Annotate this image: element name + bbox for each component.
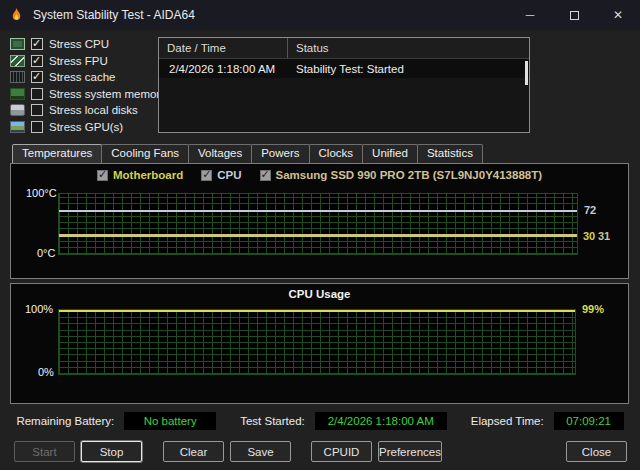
log-scrollbar-thumb[interactable] bbox=[525, 61, 528, 85]
battery-value: No battery bbox=[124, 412, 216, 430]
tab-powers[interactable]: Powers bbox=[251, 144, 309, 163]
legend-motherboard-checkbox[interactable] bbox=[97, 170, 108, 181]
stress-disks-checkbox[interactable] bbox=[31, 104, 43, 116]
cpu-usage-series-line bbox=[59, 310, 575, 312]
stress-cache-label: Stress cache bbox=[49, 71, 115, 83]
stress-option-fpu: Stress FPU bbox=[10, 53, 158, 70]
temp-ytick-max: 100°C bbox=[26, 187, 57, 199]
stress-option-disks: Stress local disks bbox=[10, 102, 158, 119]
buttons-row: Start Stop Clear Save CPUID Preferences … bbox=[14, 441, 627, 462]
stress-fpu-label: Stress FPU bbox=[49, 55, 108, 67]
preferences-button[interactable]: Preferences bbox=[378, 441, 442, 462]
maximize-icon bbox=[570, 11, 579, 20]
cpu-temp-value: 72 bbox=[584, 204, 596, 216]
tab-unified[interactable]: Unified bbox=[362, 144, 418, 163]
stress-cpu-label: Stress CPU bbox=[49, 38, 109, 50]
stress-cpu-checkbox[interactable] bbox=[31, 38, 43, 50]
tab-clocks[interactable]: Clocks bbox=[309, 144, 364, 163]
save-button[interactable]: Save bbox=[230, 441, 291, 462]
ssd-temp-value: 31 bbox=[598, 230, 610, 242]
legend-motherboard-label: Motherboard bbox=[113, 169, 183, 181]
log-header-status[interactable]: Status bbox=[287, 38, 529, 58]
cache-icon bbox=[10, 71, 25, 83]
battery-label: Remaining Battery: bbox=[16, 415, 114, 427]
motherboard-temp-value: 30 bbox=[583, 230, 595, 242]
legend-ssd-checkbox[interactable] bbox=[260, 170, 271, 181]
cpuid-button[interactable]: CPUID bbox=[311, 441, 372, 462]
disk-icon bbox=[10, 104, 25, 116]
ssd-series-line bbox=[59, 234, 577, 236]
stress-option-cpu: Stress CPU bbox=[10, 36, 158, 53]
cpu-usage-value: 99% bbox=[582, 303, 604, 315]
stress-gpu-label: Stress GPU(s) bbox=[49, 121, 123, 133]
test-started-label: Test Started: bbox=[240, 415, 305, 427]
stress-option-memory: Stress system memory bbox=[10, 86, 158, 103]
stop-button[interactable]: Stop bbox=[81, 441, 142, 462]
cpu-usage-chart-panel: CPU Usage 100% 0% 99% bbox=[10, 283, 629, 404]
temperature-legend: Motherboard CPU Samsung SSD 990 PRO 2TB … bbox=[11, 169, 628, 181]
tab-statistics[interactable]: Statistics bbox=[417, 144, 483, 163]
clear-button[interactable]: Clear bbox=[163, 441, 224, 462]
test-started-value: 2/4/2026 1:18:00 AM bbox=[315, 412, 447, 430]
cpu-ytick-min: 0% bbox=[38, 366, 54, 378]
temperature-chart-panel: Motherboard CPU Samsung SSD 990 PRO 2TB … bbox=[10, 163, 629, 279]
stress-gpu-checkbox[interactable] bbox=[31, 121, 43, 133]
event-log-table: Date / Time Status 2/4/2026 1:18:00 AM S… bbox=[158, 37, 530, 133]
stress-option-gpu: Stress GPU(s) bbox=[10, 119, 158, 136]
aida64-flame-icon bbox=[9, 7, 24, 24]
tab-strip: Temperatures Cooling Fans Voltages Power… bbox=[12, 144, 483, 163]
legend-ssd-label: Samsung SSD 990 PRO 2TB (S7L9NJ0Y413888T… bbox=[276, 169, 543, 181]
stress-memory-checkbox[interactable] bbox=[31, 88, 43, 100]
elapsed-time-value: 07:09:21 bbox=[554, 412, 624, 430]
stress-cache-checkbox[interactable] bbox=[31, 71, 43, 83]
temperature-plot-area bbox=[58, 193, 578, 255]
stress-disks-label: Stress local disks bbox=[49, 104, 138, 116]
legend-item-motherboard: Motherboard bbox=[97, 169, 183, 181]
minimize-button[interactable]: ─ bbox=[508, 0, 552, 30]
close-dialog-button[interactable]: Close bbox=[566, 441, 627, 462]
cpu-series-line bbox=[59, 210, 577, 212]
legend-cpu-label: CPU bbox=[217, 169, 241, 181]
window-title: System Stability Test - AIDA64 bbox=[33, 8, 195, 22]
cpu-usage-title: CPU Usage bbox=[11, 288, 628, 300]
stability-test-window: System Stability Test - AIDA64 ─ ✕ Stres… bbox=[0, 0, 640, 470]
minimize-icon: ─ bbox=[526, 8, 535, 22]
stress-options-panel: Stress CPU Stress FPU Stress cache Stres… bbox=[10, 36, 158, 135]
legend-item-cpu: CPU bbox=[201, 169, 241, 181]
cpu-icon bbox=[10, 38, 25, 50]
temp-ytick-min: 0°C bbox=[37, 247, 55, 259]
start-button[interactable]: Start bbox=[14, 441, 75, 462]
cpu-usage-plot-area bbox=[58, 309, 576, 375]
log-row[interactable]: 2/4/2026 1:18:00 AM Stability Test: Star… bbox=[159, 59, 529, 78]
title-bar[interactable]: System Stability Test - AIDA64 ─ ✕ bbox=[0, 0, 640, 30]
memory-icon bbox=[10, 88, 25, 100]
elapsed-time-label: Elapsed Time: bbox=[471, 415, 544, 427]
legend-item-ssd: Samsung SSD 990 PRO 2TB (S7L9NJ0Y413888T… bbox=[260, 169, 543, 181]
tab-cooling-fans[interactable]: Cooling Fans bbox=[101, 144, 189, 163]
tab-voltages[interactable]: Voltages bbox=[188, 144, 252, 163]
status-row: Remaining Battery: No battery Test Start… bbox=[0, 412, 640, 430]
log-cell-status: Stability Test: Started bbox=[287, 63, 529, 75]
maximize-button[interactable] bbox=[552, 0, 596, 30]
log-cell-datetime: 2/4/2026 1:18:00 AM bbox=[159, 63, 287, 75]
log-header-datetime[interactable]: Date / Time bbox=[159, 42, 287, 54]
fpu-icon bbox=[10, 55, 25, 67]
legend-cpu-checkbox[interactable] bbox=[201, 170, 212, 181]
stress-memory-label: Stress system memory bbox=[49, 88, 166, 100]
log-table-header: Date / Time Status bbox=[159, 38, 529, 59]
cpu-ytick-max: 100% bbox=[25, 303, 53, 315]
stress-fpu-checkbox[interactable] bbox=[31, 55, 43, 67]
close-icon: ✕ bbox=[613, 8, 623, 22]
close-button[interactable]: ✕ bbox=[596, 0, 640, 30]
gpu-icon bbox=[10, 121, 25, 133]
tab-temperatures[interactable]: Temperatures bbox=[12, 144, 102, 163]
stress-option-cache: Stress cache bbox=[10, 69, 158, 86]
